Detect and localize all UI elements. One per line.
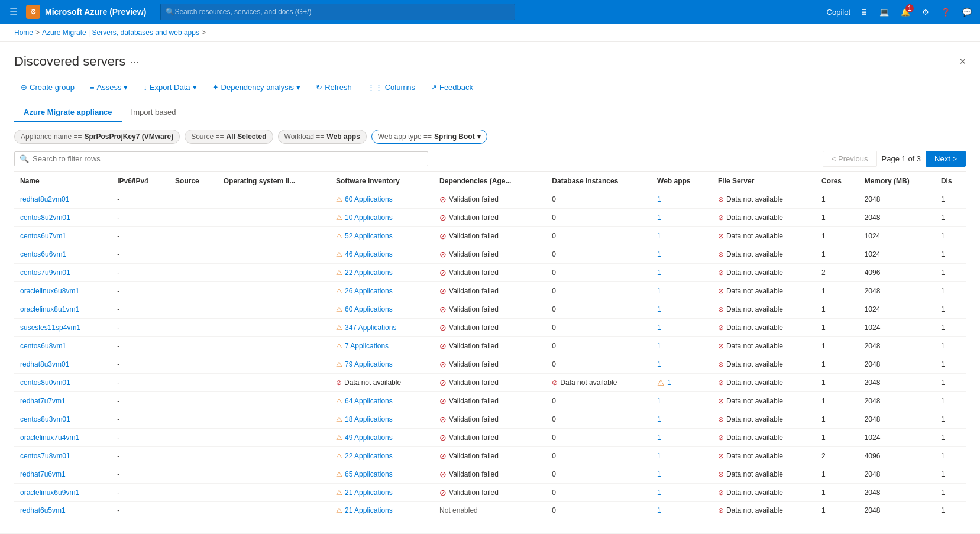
cell-software-inventory[interactable]: ⚠26 Applications — [330, 282, 434, 300]
software-count-link[interactable]: 65 Applications — [345, 470, 393, 478]
software-count-link[interactable]: 347 Applications — [345, 323, 396, 332]
software-count-link[interactable]: 7 Applications — [345, 342, 389, 350]
cell-name[interactable]: centos8u2vm01 — [14, 209, 111, 227]
create-group-button[interactable]: ⊕ Create group — [14, 79, 81, 96]
cell-web-apps[interactable]: 1 — [651, 465, 712, 484]
cell-web-apps[interactable]: 1 — [651, 264, 712, 282]
notification-icon[interactable]: 🔔 1 — [898, 5, 913, 19]
cell-name[interactable]: centos6u7vm1 — [14, 227, 111, 245]
cell-software-inventory[interactable]: ⚠79 Applications — [330, 355, 434, 374]
webapps-link[interactable]: 1 — [657, 433, 661, 442]
settings-icon[interactable]: ⚙ — [920, 5, 932, 19]
cell-web-apps[interactable]: 1 — [651, 319, 712, 337]
cell-web-apps[interactable]: 1 — [651, 355, 712, 374]
filter-appliance-name[interactable]: Appliance name == SprPosProjKey7 (VMware… — [14, 130, 180, 144]
server-name-link[interactable]: centos6u8vm1 — [20, 342, 66, 350]
webapps-link[interactable]: 1 — [657, 287, 661, 295]
server-name-link[interactable]: redhat7u6vm1 — [20, 470, 66, 478]
cell-software-inventory[interactable]: ⊘Data not available — [330, 374, 434, 392]
hamburger-menu-icon[interactable]: ☰ — [6, 4, 21, 20]
webapps-link[interactable]: 1 — [657, 195, 661, 203]
cell-name[interactable]: redhat7u7vm1 — [14, 392, 111, 410]
breadcrumb-home-link[interactable]: Home — [14, 28, 33, 37]
software-count-link[interactable]: 21 Applications — [345, 506, 393, 514]
software-count-link[interactable]: 10 Applications — [345, 213, 393, 222]
cell-name[interactable]: centos6u6vm1 — [14, 245, 111, 264]
feedback-button[interactable]: ↗ Feedback — [424, 79, 480, 96]
cell-web-apps[interactable]: 1 — [651, 282, 712, 300]
global-search-box[interactable]: 🔍 Search resources, services, and docs (… — [160, 4, 515, 20]
server-name-link[interactable]: susesles11sp4vm1 — [20, 323, 80, 332]
cell-software-inventory[interactable]: ⚠60 Applications — [330, 190, 434, 209]
cell-software-inventory[interactable]: ⚠22 Applications — [330, 264, 434, 282]
server-name-link[interactable]: centos6u7vm1 — [20, 232, 66, 240]
cell-web-apps[interactable]: ⚠1 — [651, 374, 712, 392]
cell-web-apps[interactable]: 1 — [651, 502, 712, 519]
webapps-link[interactable]: 1 — [657, 342, 661, 350]
cloud-shell-icon[interactable]: 💻 — [877, 5, 891, 19]
cell-web-apps[interactable]: 1 — [651, 209, 712, 227]
cell-software-inventory[interactable]: ⚠52 Applications — [330, 227, 434, 245]
webapps-link[interactable]: 1 — [657, 232, 661, 240]
server-name-link[interactable]: centos8u0vm01 — [20, 378, 70, 387]
export-data-button[interactable]: ↓ Export Data ▾ — [137, 79, 203, 96]
copilot-button[interactable]: Copilot — [827, 8, 850, 17]
cell-software-inventory[interactable]: ⚠347 Applications — [330, 319, 434, 337]
software-count-link[interactable]: 46 Applications — [345, 250, 393, 258]
cell-software-inventory[interactable]: ⚠49 Applications — [330, 429, 434, 447]
filter-source[interactable]: Source == All Selected — [185, 130, 273, 144]
webapps-link[interactable]: 1 — [657, 506, 661, 514]
webapps-link[interactable]: 1 — [657, 323, 661, 332]
cell-web-apps[interactable]: 1 — [651, 190, 712, 209]
webapps-link[interactable]: 1 — [657, 470, 661, 478]
software-count-link[interactable]: 60 Applications — [345, 195, 393, 203]
software-count-link[interactable]: 52 Applications — [345, 232, 393, 240]
software-count-link[interactable]: 79 Applications — [345, 360, 393, 368]
data-table-container[interactable]: Name IPv6/IPv4 Source Operating system l… — [14, 171, 966, 521]
server-name-link[interactable]: oraclelinux6u9vm1 — [20, 488, 79, 497]
webapps-link[interactable]: 1 — [657, 213, 661, 222]
search-filter-box[interactable]: 🔍 — [14, 151, 428, 166]
server-name-link[interactable]: redhat6u5vm1 — [20, 506, 66, 514]
server-name-link[interactable]: oraclelinux6u8vm1 — [20, 287, 79, 295]
cell-name[interactable]: redhat8u3vm01 — [14, 355, 111, 374]
tab-azure-migrate-appliance[interactable]: Azure Migrate appliance — [14, 103, 122, 122]
webapps-link[interactable]: 1 — [657, 488, 661, 497]
cell-name[interactable]: oraclelinux7u4vm1 — [14, 429, 111, 447]
cell-name[interactable]: oraclelinux8u1vm1 — [14, 300, 111, 319]
software-count-link[interactable]: 22 Applications — [345, 452, 393, 460]
columns-button[interactable]: ⋮⋮ Columns — [361, 79, 422, 96]
server-name-link[interactable]: oraclelinux7u4vm1 — [20, 433, 79, 442]
software-count-link[interactable]: 22 Applications — [345, 268, 393, 277]
software-count-link[interactable]: 60 Applications — [345, 305, 393, 313]
server-name-link[interactable]: oraclelinux8u1vm1 — [20, 305, 79, 313]
server-name-link[interactable]: centos6u6vm1 — [20, 250, 66, 258]
cell-name[interactable]: redhat6u5vm1 — [14, 502, 111, 519]
server-name-link[interactable]: redhat7u7vm1 — [20, 397, 66, 405]
webapps-link[interactable]: 1 — [657, 305, 661, 313]
feedback-icon[interactable]: 💬 — [960, 5, 974, 19]
server-name-link[interactable]: redhat8u3vm01 — [20, 360, 69, 368]
previous-page-button[interactable]: < Previous — [823, 151, 877, 167]
cell-name[interactable]: centos7u8vm01 — [14, 447, 111, 465]
cell-software-inventory[interactable]: ⚠46 Applications — [330, 245, 434, 264]
cell-web-apps[interactable]: 1 — [651, 484, 712, 502]
refresh-button[interactable]: ↻ Refresh — [309, 79, 358, 96]
cell-software-inventory[interactable]: ⚠21 Applications — [330, 484, 434, 502]
help-icon[interactable]: ❓ — [939, 5, 953, 19]
cell-software-inventory[interactable]: ⚠64 Applications — [330, 392, 434, 410]
next-page-button[interactable]: Next > — [926, 151, 966, 167]
cell-software-inventory[interactable]: ⚠18 Applications — [330, 410, 434, 429]
cell-name[interactable]: oraclelinux6u8vm1 — [14, 282, 111, 300]
cell-web-apps[interactable]: 1 — [651, 227, 712, 245]
software-count-link[interactable]: 18 Applications — [345, 415, 393, 423]
cell-name[interactable]: centos8u3vm01 — [14, 410, 111, 429]
software-count-link[interactable]: 49 Applications — [345, 433, 393, 442]
cell-web-apps[interactable]: 1 — [651, 245, 712, 264]
webapps-link[interactable]: 1 — [657, 268, 661, 277]
webapps-link[interactable]: 1 — [657, 360, 661, 368]
server-name-link[interactable]: centos8u2vm01 — [20, 213, 70, 222]
webapps-link[interactable]: 1 — [657, 452, 661, 460]
cell-software-inventory[interactable]: ⚠22 Applications — [330, 447, 434, 465]
cell-web-apps[interactable]: 1 — [651, 392, 712, 410]
